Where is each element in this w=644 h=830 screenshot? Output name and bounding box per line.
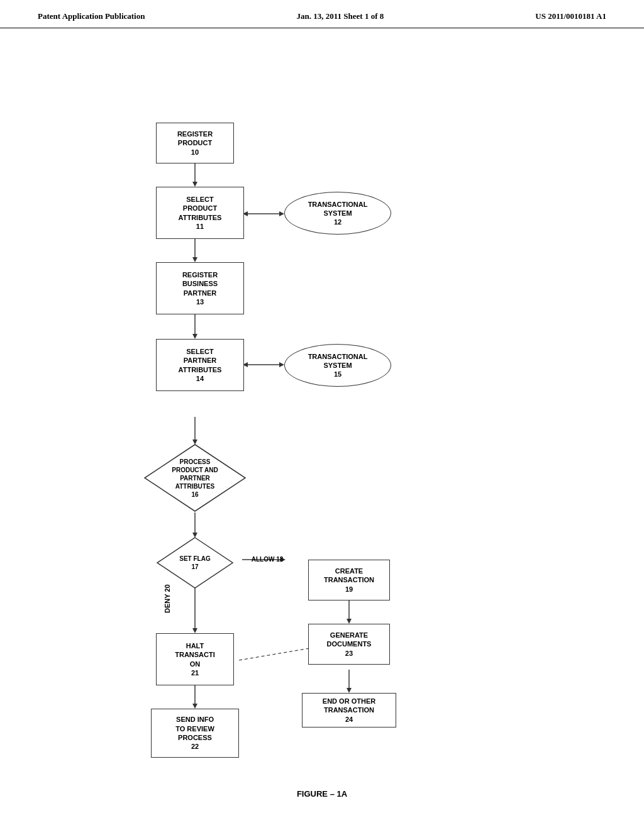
svg-marker-8 [192,334,197,339]
page-header: Patent Application Publication Jan. 13, … [0,0,644,28]
generate-documents-label: GENERATEDOCUMENTS23 [327,631,372,658]
set-flag-diamond-label: SET FLAG17 [179,555,210,571]
end-or-other-box: END OR OTHERTRANSACTION24 [302,693,396,728]
register-business-partner-box: REGISTERBUSINESSPARTNER13 [156,262,244,314]
svg-marker-21 [347,688,352,693]
halt-transaction-box: HALTTRANSACTION21 [156,633,234,685]
process-diamond-wrapper: PROCESSPRODUCT ANDPARTNERATTRIBUTES16 [143,443,247,512]
register-product-box: REGISTERPRODUCT10 [156,123,234,163]
transactional-system-12-box: TRANSACTIONALSYSTEM12 [284,192,391,235]
header-left: Patent Application Publication [38,11,145,21]
register-product-label: REGISTERPRODUCT10 [177,130,213,157]
select-partner-attrs-label: SELECTPARTNERATTRIBUTES14 [179,347,222,383]
svg-marker-23 [192,628,197,633]
register-business-partner-label: REGISTERBUSINESSPARTNER13 [182,270,218,306]
select-partner-attrs-box: SELECTPARTNERATTRIBUTES14 [156,339,244,391]
end-or-other-label: END OR OTHERTRANSACTION24 [323,697,375,724]
generate-documents-box: GENERATEDOCUMENTS23 [308,624,390,665]
transactional-system-12-label: TRANSACTIONALSYSTEM12 [308,200,368,227]
figure-caption: FIGURE – 1A [0,783,644,799]
create-transaction-box: CREATETRANSACTION19 [308,560,390,600]
set-flag-diamond-wrapper: SET FLAG17 [156,536,234,589]
svg-marker-25 [192,704,197,709]
diagram-area: DENY 20 REGISTERPRODUCT10 SELECTPRODUCTA… [0,28,644,783]
svg-marker-19 [347,619,352,624]
header-right: US 2011/0010181 A1 [535,11,606,21]
svg-marker-1 [192,182,197,187]
process-diamond-label: PROCESSPRODUCT ANDPARTNERATTRIBUTES16 [172,458,218,499]
send-info-box: SEND INFOTO REVIEWPROCESS22 [151,709,239,758]
connector-lines: DENY 20 [0,28,644,783]
select-product-attrs-box: SELECTPRODUCTATTRIBUTES11 [156,187,244,239]
header-middle: Jan. 13, 2011 Sheet 1 of 8 [297,11,384,21]
svg-marker-5 [279,211,284,216]
allow-text: ALLOW 18 [252,555,284,563]
transactional-system-15-label: TRANSACTIONALSYSTEM15 [308,352,368,379]
create-transaction-label: CREATETRANSACTION19 [324,567,374,594]
figure-caption-text: FIGURE – 1A [297,789,347,799]
transactional-system-15-box: TRANSACTIONALSYSTEM15 [284,344,391,387]
halt-transaction-label: HALTTRANSACTION21 [175,641,215,677]
send-info-label: SEND INFOTO REVIEWPROCESS22 [175,715,214,751]
svg-marker-3 [192,257,197,262]
allow-label: ALLOW 18 [245,552,289,566]
select-product-attrs-label: SELECTPRODUCTATTRIBUTES11 [179,195,222,231]
svg-marker-10 [279,362,284,367]
